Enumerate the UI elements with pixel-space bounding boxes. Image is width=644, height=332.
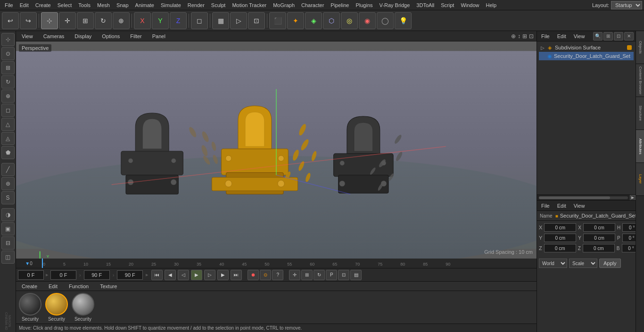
menu-3dtoall[interactable]: 3DToAll (413, 1, 437, 9)
motion-4-button[interactable]: P (326, 270, 337, 280)
menu-character[interactable]: Character (298, 1, 327, 9)
tab-structure[interactable]: Structure (636, 97, 644, 130)
current-frame-input[interactable] (18, 270, 44, 280)
obj-menu-edit[interactable]: Edit (555, 32, 569, 40)
sidebar-mode-9[interactable]: ⬟ (1, 146, 15, 159)
frame-input-2[interactable] (50, 270, 76, 280)
timeline-playhead[interactable] (42, 259, 43, 268)
sidebar-mode-7[interactable]: △ (1, 118, 15, 131)
menu-sculpt[interactable]: Sculpt (208, 1, 229, 9)
attr-menu-file[interactable]: File (539, 202, 552, 210)
sidebar-mode-4[interactable]: ↻ (1, 75, 15, 89)
bulb-button[interactable]: 💡 (395, 12, 412, 29)
vp-menu-display[interactable]: Display (72, 32, 94, 40)
sidebar-mode-14[interactable]: ▣ (1, 222, 15, 235)
menu-select[interactable]: Select (55, 1, 75, 9)
prev-frame-button[interactable]: ◀ (165, 270, 176, 280)
frame-end-input[interactable] (84, 270, 110, 280)
tab-objects[interactable]: Objects (636, 31, 644, 64)
menu-script[interactable]: Script (438, 1, 457, 9)
obj-search-button[interactable]: 🔍 (593, 32, 603, 40)
next-frame-button[interactable]: ▶ (217, 270, 229, 280)
menu-simulate[interactable]: Simulate (158, 1, 184, 9)
menu-vray[interactable]: V-Ray Bridge (377, 1, 413, 9)
sidebar-mode-2[interactable]: ⊙ (1, 47, 15, 60)
vp-icon-1[interactable]: ⊕ (511, 33, 516, 40)
vp-menu-options[interactable]: Options (99, 32, 123, 40)
vp-menu-cameras[interactable]: Cameras (41, 32, 67, 40)
obj-row-security[interactable]: ◉ Security_Door_Latch_Guard_Set (539, 52, 634, 60)
vp-menu-filter[interactable]: Filter (127, 32, 144, 40)
layout-toggle-button[interactable]: ▤ (350, 270, 362, 280)
tab-attributes[interactable]: Attributes (636, 130, 644, 163)
motion-5-button[interactable]: ⊡ (338, 270, 349, 280)
mat-menu-texture[interactable]: Texture (97, 283, 120, 290)
cube-button[interactable]: ⬛ (269, 12, 286, 29)
tab-layer[interactable]: Layer (636, 163, 644, 196)
redo-button[interactable]: ↪ (20, 12, 37, 29)
help-button[interactable]: ? (272, 270, 283, 280)
menu-create[interactable]: Create (33, 1, 54, 9)
next-key-button[interactable]: ▷ (204, 270, 215, 280)
attr-menu-edit[interactable]: Edit (555, 202, 569, 210)
light-button[interactable]: ◎ (341, 12, 358, 29)
undo-button[interactable]: ↩ (2, 12, 19, 29)
attr-x-pos[interactable] (544, 223, 576, 232)
menu-plugins[interactable]: Plugins (353, 1, 375, 9)
rotate-tool-button[interactable]: ↻ (95, 12, 112, 29)
vp-icon-2[interactable]: ↕ (518, 33, 520, 40)
sidebar-mode-11[interactable]: ⊛ (1, 177, 15, 190)
vp-menu-panel[interactable]: Panel (149, 32, 168, 40)
obj-layout-button[interactable]: ⊡ (614, 32, 623, 40)
menu-window[interactable]: Window (458, 1, 482, 9)
timeline-marks[interactable]: 0 5 10 15 20 25 30 35 40 45 50 55 60 65 (42, 259, 537, 268)
attr-y-pos[interactable] (544, 234, 576, 242)
nurbs-button[interactable]: ◈ (305, 12, 322, 29)
y-axis-button[interactable]: Y (152, 12, 169, 29)
motion-1-button[interactable]: ✛ (289, 270, 300, 280)
spline-button[interactable]: ✦ (287, 12, 304, 29)
sidebar-mode-10[interactable]: ╱ (1, 163, 15, 176)
mat-menu-create[interactable]: Create (19, 283, 40, 290)
obj-menu-view[interactable]: View (571, 32, 587, 40)
menu-tools[interactable]: Tools (75, 1, 93, 9)
render-region-button[interactable]: ▦ (212, 12, 229, 29)
vp-icon-3[interactable]: ⊞ (522, 33, 527, 40)
object-mode-button[interactable]: ◻ (191, 12, 208, 29)
vp-icon-4[interactable]: ⊡ (529, 33, 534, 40)
coord-world-dropdown[interactable]: World Local Object (539, 259, 567, 268)
menu-mograph[interactable]: MoGraph (270, 1, 297, 9)
render-button[interactable]: ⊡ (248, 12, 265, 29)
x-axis-button[interactable]: X (134, 12, 151, 29)
attr-y-rot[interactable] (583, 234, 615, 242)
deformer-button[interactable]: ⬡ (323, 12, 340, 29)
menu-mesh[interactable]: Mesh (94, 1, 113, 9)
play-button[interactable]: ▶ (191, 270, 202, 280)
attr-x-rot[interactable] (583, 223, 615, 232)
attr-z-pos[interactable] (544, 244, 576, 252)
sidebar-mode-6[interactable]: ◻ (1, 104, 15, 117)
scale-tool-button[interactable]: ⊞ (77, 12, 94, 29)
obj-row-subdivision[interactable]: ▷ ◈ Subdivision Surface (539, 43, 634, 52)
apply-button[interactable]: Apply (599, 259, 621, 268)
sidebar-mode-12[interactable]: S (1, 191, 15, 204)
tab-content-browser[interactable]: Content Browser (636, 64, 644, 97)
motion-2-button[interactable]: ⊞ (301, 270, 313, 280)
sidebar-mode-15[interactable]: ⊟ (1, 236, 15, 250)
layout-select[interactable]: Startup (611, 1, 642, 9)
sidebar-mode-3[interactable]: ⊞ (1, 61, 15, 74)
attr-menu-view[interactable]: View (571, 202, 587, 210)
menu-help[interactable]: Help (483, 1, 500, 9)
mat-menu-edit[interactable]: Edit (46, 283, 60, 290)
coord-scale-dropdown[interactable]: Scale (569, 259, 597, 268)
material-item-2[interactable]: Security (45, 293, 68, 322)
frame-end-input-2[interactable] (117, 270, 143, 280)
record-button[interactable]: ⏺ (248, 270, 259, 280)
sidebar-mode-13[interactable]: ◑ (1, 208, 15, 221)
material-item-3[interactable]: Security (72, 293, 94, 322)
transform-button[interactable]: ⊕ (113, 12, 130, 29)
menu-file[interactable]: File (2, 1, 16, 9)
obj-menu-file[interactable]: File (539, 32, 552, 40)
sidebar-mode-1[interactable]: ⊹ (1, 33, 15, 46)
attr-z-rot[interactable] (583, 244, 615, 252)
